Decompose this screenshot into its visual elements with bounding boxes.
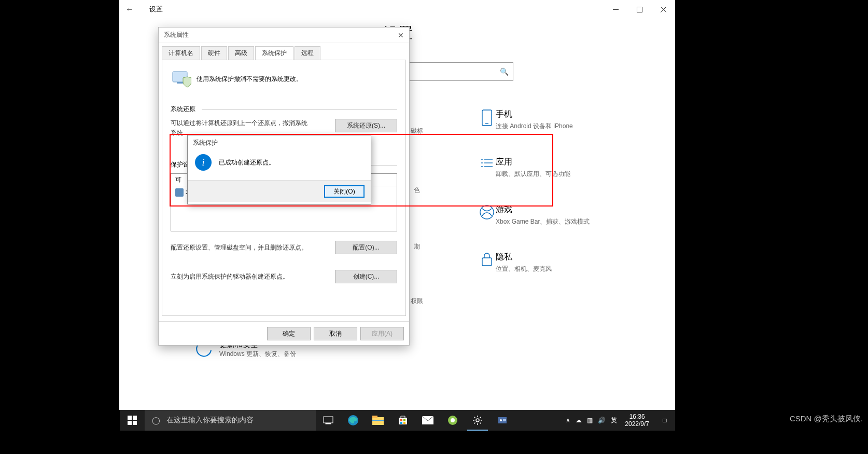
apps-icon: [478, 157, 496, 174]
window-title: 设置: [149, 5, 163, 14]
svg-rect-21: [372, 416, 377, 418]
svg-rect-12: [177, 82, 183, 84]
info-icon: i: [195, 154, 212, 171]
tray-ime[interactable]: 英: [608, 416, 620, 425]
svg-rect-26: [400, 422, 402, 424]
svg-rect-15: [128, 421, 132, 425]
settings-icon[interactable]: [465, 410, 490, 431]
truncated-text: 色: [414, 186, 420, 195]
cancel-button[interactable]: 取消: [314, 327, 357, 340]
configure-description: 配置还原设置、管理磁盘空间，并且删除还原点。: [171, 243, 335, 252]
start-button[interactable]: [120, 410, 145, 431]
search-placeholder: 在这里输入你要搜索的内容: [166, 416, 254, 425]
svg-rect-24: [400, 419, 402, 421]
truncated-text: 权限: [411, 297, 423, 306]
phone-icon: [478, 109, 496, 127]
tab-system-protection[interactable]: 系统保护: [255, 46, 293, 60]
category-apps[interactable]: 应用卸载、默认应用、可选功能: [478, 157, 613, 178]
mail-icon[interactable]: [415, 410, 440, 431]
app-icon[interactable]: [440, 410, 465, 431]
svg-rect-10: [482, 258, 492, 266]
search-icon: 🔍: [500, 67, 509, 76]
category-privacy[interactable]: 隐私位置、相机、麦克风: [478, 252, 613, 273]
edge-icon[interactable]: [341, 410, 366, 431]
xbox-icon: [478, 204, 496, 222]
tray-display-icon[interactable]: ▥: [584, 417, 595, 424]
svg-rect-14: [133, 416, 137, 420]
dialog-title-bar: 系统属性 ✕: [159, 27, 409, 43]
tray-clock[interactable]: 16:36 2022/9/7: [620, 413, 654, 428]
tray-chevron-icon[interactable]: ∧: [563, 417, 573, 424]
title-bar: ← 设置: [119, 0, 675, 19]
configure-button[interactable]: 配置(O)...: [335, 241, 397, 254]
system-restore-button[interactable]: 系统还原(S)...: [335, 119, 397, 132]
tab-advanced[interactable]: 高级: [228, 46, 254, 60]
svg-rect-27: [403, 422, 405, 424]
svg-rect-25: [403, 419, 405, 421]
truncated-text: 磁标: [411, 127, 423, 135]
svg-point-9: [480, 205, 494, 219]
message-close-button[interactable]: 关闭(O): [324, 185, 365, 198]
svg-rect-23: [399, 418, 407, 424]
close-button[interactable]: [651, 0, 675, 19]
truncated-text: 期: [414, 242, 420, 251]
svg-point-30: [451, 418, 455, 422]
tab-hardware[interactable]: 硬件: [201, 46, 227, 60]
task-view-icon[interactable]: [316, 410, 341, 431]
message-text: 已成功创建还原点。: [219, 158, 275, 167]
svg-point-33: [500, 419, 502, 421]
system-tray: ∧ ☁ ▥ 🔊 英 16:36 2022/9/7 □: [563, 413, 675, 428]
ok-button[interactable]: 确定: [267, 327, 311, 340]
create-description: 立刻为启用系统保护的驱动器创建还原点。: [171, 272, 335, 281]
protection-description: 使用系统保护撤消不需要的系统更改。: [197, 75, 302, 84]
message-dialog: 系统保护 i 已成功创建还原点。 关闭(O): [187, 135, 371, 204]
svg-rect-13: [128, 416, 132, 420]
taskbar-icons: [316, 410, 515, 431]
message-title: 系统保护: [188, 135, 371, 150]
app2-icon[interactable]: [490, 410, 515, 431]
section-restore-label: 系统还原: [171, 105, 397, 114]
svg-rect-34: [503, 419, 506, 421]
settings-window: ← 设置 设置 🔍 手机连接 Android 设备和 iPhone 应用卸载、默…: [119, 0, 675, 410]
svg-point-31: [476, 419, 479, 422]
explorer-icon[interactable]: [366, 410, 390, 431]
tray-volume-icon[interactable]: 🔊: [595, 417, 608, 424]
tab-remote[interactable]: 远程: [295, 46, 320, 60]
taskbar-search[interactable]: ◯ 在这里输入你要搜索的内容: [145, 410, 316, 431]
tray-onedrive-icon[interactable]: ☁: [573, 417, 584, 424]
create-button[interactable]: 创建(C)...: [335, 270, 397, 283]
monitor-shield-icon: [171, 68, 191, 89]
back-button[interactable]: ←: [119, 5, 140, 14]
disk-icon: [175, 188, 184, 197]
category-games[interactable]: 游戏Xbox Game Bar、捕获、游戏模式: [478, 204, 613, 226]
svg-rect-0: [637, 7, 642, 12]
dialog-close-button[interactable]: ✕: [398, 31, 404, 39]
minimize-button[interactable]: [604, 0, 627, 19]
svg-rect-16: [133, 421, 137, 425]
dialog-title: 系统属性: [164, 31, 189, 39]
settings-category-list: 手机连接 Android 设备和 iPhone 应用卸载、默认应用、可选功能 游…: [478, 109, 613, 299]
lock-icon: [478, 252, 496, 269]
dialog-button-row: 确定 取消 应用(A): [159, 321, 409, 345]
svg-rect-20: [372, 417, 384, 425]
search-icon: ◯: [152, 416, 160, 424]
restore-description: 可以通过将计算机还原到上一个还原点，撤消系统: [171, 119, 335, 128]
apply-button: 应用(A): [360, 327, 404, 340]
store-icon[interactable]: [390, 410, 415, 431]
category-phone[interactable]: 手机连接 Android 设备和 iPhone: [478, 109, 613, 131]
svg-rect-22: [372, 420, 384, 421]
window-controls: [604, 0, 675, 19]
taskbar: ◯ 在这里输入你要搜索的内容 ∧ ☁ ▥ 🔊 英 16:36 2022/9/7 …: [120, 410, 675, 431]
svg-rect-18: [326, 423, 331, 424]
svg-rect-17: [324, 417, 333, 423]
tab-computer-name[interactable]: 计算机名: [162, 46, 200, 60]
dialog-tabs: 计算机名 硬件 高级 系统保护 远程: [159, 43, 409, 60]
watermark: CSDN @秃头披风侠.: [790, 414, 863, 424]
notification-icon[interactable]: □: [654, 417, 675, 424]
maximize-button[interactable]: [627, 0, 651, 19]
